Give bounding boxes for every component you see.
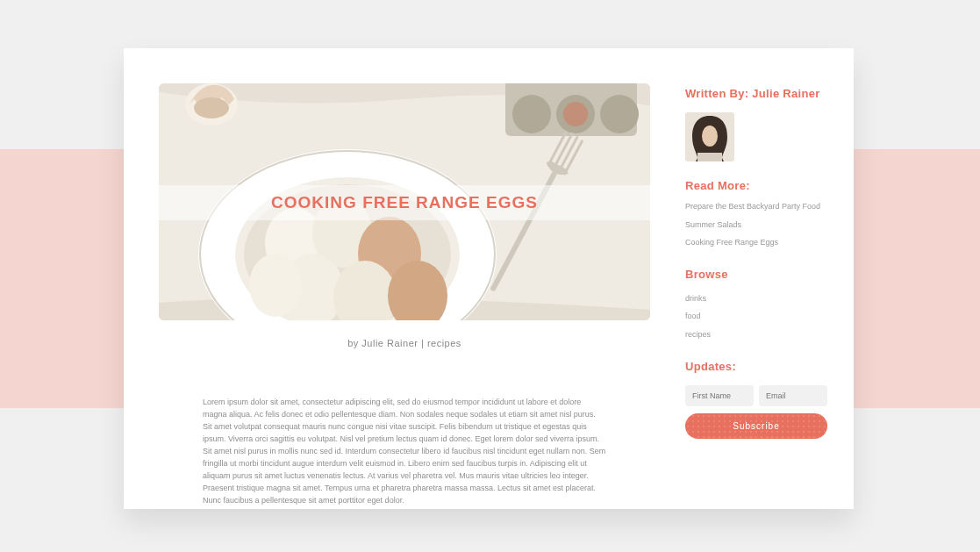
svg-point-26 xyxy=(702,125,718,147)
svg-point-2 xyxy=(512,95,551,133)
hero-title-bar: COOKING FREE RANGE EGGS xyxy=(159,185,650,220)
read-more-link[interactable]: Summer Salads xyxy=(685,219,827,231)
page-card: COOKING FREE RANGE EGGS by Julie Rainer … xyxy=(124,48,854,509)
hero-image: COOKING FREE RANGE EGGS xyxy=(159,83,650,320)
main-column: COOKING FREE RANGE EGGS by Julie Rainer … xyxy=(159,83,650,509)
article-paragraph: Lorem ipsum dolor sit amet, consectetur … xyxy=(203,397,606,506)
svg-point-4 xyxy=(600,95,639,133)
browse-link[interactable]: recipes xyxy=(685,329,827,341)
read-more-list: Prepare the Best Backyard Party Food Sum… xyxy=(685,201,827,248)
byline: by Julie Rainer | recipes xyxy=(159,320,650,374)
svg-point-23 xyxy=(249,254,302,317)
browse-heading: Browse xyxy=(685,268,827,281)
subscribe-form-row xyxy=(685,385,827,406)
updates-heading: Updates: xyxy=(685,360,827,373)
email-input[interactable] xyxy=(759,385,827,406)
hero-title: COOKING FREE RANGE EGGS xyxy=(271,193,538,212)
subscribe-button[interactable]: Subscribe xyxy=(685,413,827,439)
svg-point-7 xyxy=(194,97,229,118)
read-more-link[interactable]: Cooking Free Range Eggs xyxy=(685,237,827,248)
read-more-link[interactable]: Prepare the Best Backyard Party Food xyxy=(685,201,827,212)
read-more-heading: Read More: xyxy=(685,179,827,192)
sidebar: Written By: Julie Rainer Read More: Prep… xyxy=(685,83,827,509)
first-name-input[interactable] xyxy=(685,385,754,406)
svg-point-5 xyxy=(563,102,588,126)
browse-list: drinks food recipes xyxy=(685,293,827,341)
author-avatar xyxy=(685,112,734,161)
article-body: Lorem ipsum dolor sit amet, consectetur … xyxy=(159,374,650,509)
written-by-heading: Written By: Julie Rainer xyxy=(685,87,827,100)
browse-link[interactable]: food xyxy=(685,311,827,322)
svg-rect-27 xyxy=(697,153,722,161)
browse-link[interactable]: drinks xyxy=(685,293,827,305)
